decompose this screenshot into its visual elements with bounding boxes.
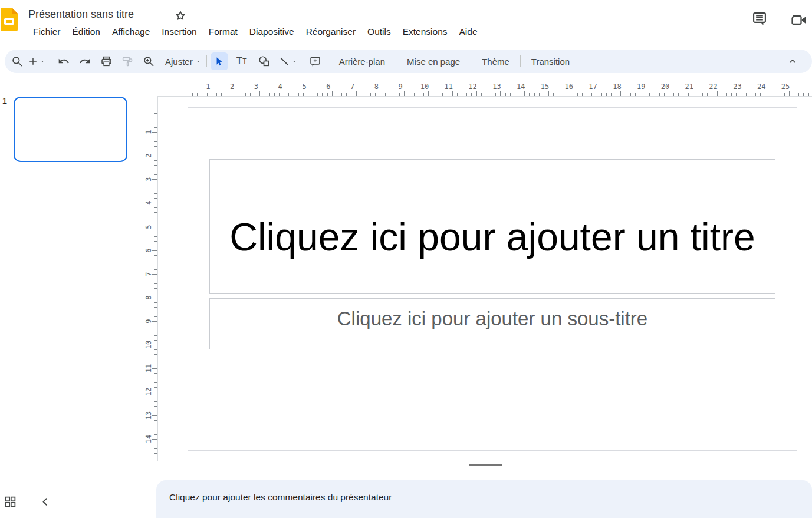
v-ruler-tick: [152, 203, 157, 203]
slides-logo[interactable]: [1, 8, 18, 31]
toolbar-separator: [51, 55, 51, 67]
paint-format-icon[interactable]: [119, 52, 136, 70]
h-ruler-tick: [746, 93, 747, 96]
slide-thumbnail[interactable]: [14, 97, 127, 162]
new-slide-button[interactable]: [26, 52, 47, 70]
subtitle-placeholder[interactable]: Cliquez ici pour ajouter un sous-titre: [209, 298, 775, 349]
slide-canvas[interactable]: Cliquez ici pour ajouter un titre Clique…: [188, 107, 797, 451]
grid-view-icon[interactable]: [4, 496, 18, 510]
h-ruler-tick: [775, 93, 775, 96]
v-ruler-number: 8: [144, 289, 153, 306]
h-ruler-tick: [274, 93, 275, 96]
line-tool-button[interactable]: [277, 52, 299, 70]
h-ruler-number: 22: [705, 83, 722, 91]
h-ruler-tick: [568, 93, 568, 96]
comments-icon[interactable]: [751, 11, 769, 28]
menu-aide[interactable]: Aide: [453, 25, 484, 39]
v-ruler-tick: [152, 179, 157, 180]
h-ruler-tick: [207, 93, 208, 96]
transition-button[interactable]: Transition: [524, 54, 577, 69]
notes-resize-handle[interactable]: [469, 464, 502, 466]
h-ruler-tick: [250, 93, 251, 96]
h-ruler-number: 10: [416, 83, 433, 91]
h-ruler-tick: [780, 93, 780, 96]
h-ruler-tick: [495, 93, 496, 96]
h-ruler-tick: [736, 93, 737, 96]
h-ruler-tick: [428, 91, 429, 96]
h-ruler-number: 6: [320, 83, 337, 91]
h-ruler-tick: [587, 93, 587, 96]
search-icon[interactable]: [8, 52, 26, 70]
toolbar-separator: [396, 55, 396, 67]
v-ruler-tick: [154, 335, 157, 336]
h-ruler-tick: [534, 93, 535, 96]
v-ruler-tick: [154, 283, 157, 284]
text-box-icon[interactable]: TT: [233, 52, 251, 70]
toolbar-separator: [328, 55, 328, 67]
menu-format[interactable]: Format: [203, 25, 244, 39]
star-icon[interactable]: [174, 9, 188, 24]
v-ruler-tick: [154, 288, 157, 289]
background-button[interactable]: Arrière-plan: [332, 54, 392, 69]
h-ruler-tick: [419, 93, 419, 96]
select-cursor-icon[interactable]: [211, 52, 228, 70]
v-ruler-tick: [152, 250, 157, 251]
h-ruler-tick: [669, 91, 669, 96]
h-ruler-number: 2: [224, 83, 241, 91]
menu-extensions[interactable]: Extensions: [397, 25, 453, 39]
menu-bar: Fichier Édition Affichage Insertion Form…: [27, 25, 484, 39]
h-ruler-number: 18: [609, 83, 625, 91]
menu-affichage[interactable]: Affichage: [106, 25, 156, 39]
h-ruler-tick: [548, 91, 549, 96]
menu-diapositive[interactable]: Diapositive: [244, 25, 300, 39]
v-ruler-tick: [154, 316, 157, 317]
h-ruler-tick: [573, 91, 573, 96]
zoom-in-icon[interactable]: [140, 52, 157, 70]
speaker-notes-panel[interactable]: Cliquez pour ajouter les commentaires du…: [156, 480, 812, 518]
hide-menus-chevron-up-icon[interactable]: [784, 52, 801, 70]
h-ruler-number: 13: [488, 83, 505, 91]
h-ruler-tick: [798, 93, 799, 96]
shape-icon[interactable]: [255, 52, 273, 70]
h-ruler-tick: [423, 93, 424, 96]
v-ruler-tick: [154, 193, 157, 194]
theme-button[interactable]: Thème: [475, 54, 517, 69]
v-ruler-tick: [154, 222, 157, 222]
v-ruler-tick: [154, 453, 157, 454]
h-ruler-tick: [529, 93, 530, 96]
vertical-ruler[interactable]: 1234567891011121314: [143, 94, 158, 463]
h-ruler-tick: [395, 93, 395, 96]
h-ruler-tick: [457, 93, 458, 96]
h-ruler-tick: [582, 93, 583, 96]
horizontal-ruler[interactable]: 1234567891011121314151617181920212223242…: [0, 81, 812, 97]
h-ruler-tick: [442, 93, 443, 96]
document-title[interactable]: Présentation sans titre: [28, 8, 134, 21]
menu-outils[interactable]: Outils: [361, 25, 397, 39]
h-ruler-tick: [414, 93, 415, 96]
h-ruler-tick: [500, 91, 501, 96]
h-ruler-tick: [722, 93, 722, 96]
undo-icon[interactable]: [55, 52, 73, 70]
h-ruler-number: 24: [753, 83, 770, 91]
v-ruler-tick: [152, 345, 157, 345]
menu-insertion[interactable]: Insertion: [156, 25, 202, 39]
title-placeholder[interactable]: Cliquez ici pour ajouter un titre: [209, 159, 775, 294]
menu-reorganiser[interactable]: Réorganiser: [300, 25, 361, 39]
layout-button[interactable]: Mise en page: [400, 54, 467, 69]
redo-icon[interactable]: [76, 52, 94, 70]
v-ruler-tick: [154, 448, 157, 449]
google-slides-app: Présentation sans titre Fichier Édition …: [0, 0, 812, 518]
collapse-filmstrip-chevron-left-icon[interactable]: [39, 496, 53, 510]
h-ruler-tick: [351, 93, 351, 96]
menu-fichier[interactable]: Fichier: [27, 25, 67, 39]
v-ruler-number: 3: [144, 170, 153, 188]
h-ruler-tick: [626, 93, 626, 96]
video-call-icon[interactable]: [790, 11, 808, 29]
h-ruler-tick: [726, 93, 727, 96]
print-icon[interactable]: [97, 52, 115, 70]
fit-zoom-button[interactable]: Ajuster: [160, 52, 203, 70]
insert-comment-icon[interactable]: [307, 52, 324, 70]
menu-edition[interactable]: Édition: [67, 25, 106, 39]
v-ruler-tick: [152, 156, 157, 156]
h-ruler-tick: [765, 91, 765, 96]
